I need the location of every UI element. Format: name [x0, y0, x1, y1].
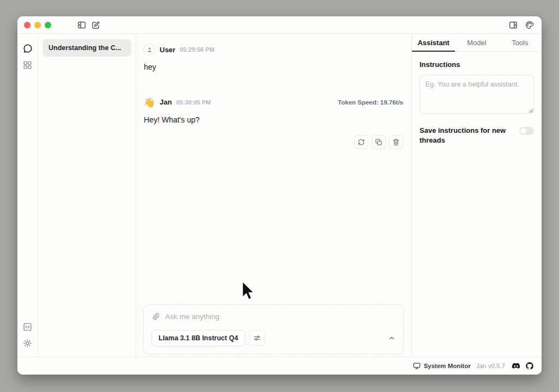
statusbar: System Monitor Jan v0.5.7 — [17, 357, 542, 375]
thread-list: Understanding the C... — [38, 34, 136, 357]
app-version: Jan v0.5.7 — [476, 363, 505, 369]
right-panel: Assistant Model Tools Instructions Save … — [411, 34, 542, 357]
assistant-message: 👋 Jan 05:30:05 PM Token Speed: 19.76t/s … — [143, 96, 403, 149]
system-monitor-label: System Monitor — [424, 363, 471, 369]
tab-assistant[interactable]: Assistant — [412, 34, 455, 51]
message-text: hey — [144, 62, 403, 72]
github-icon[interactable] — [525, 362, 534, 370]
new-thread-icon[interactable] — [92, 21, 100, 29]
message-author: Jan — [160, 98, 172, 106]
chat-panel: User 05:29:56 PM hey 👋 Jan 05:30:05 PM T… — [136, 34, 411, 357]
save-instructions-label: Save instructions for new threads — [420, 126, 514, 145]
assistant-avatar: 👋 — [143, 96, 155, 108]
toggle-right-panel-icon[interactable] — [509, 21, 518, 29]
tab-model[interactable]: Model — [455, 34, 498, 51]
system-monitor-button[interactable]: System Monitor — [413, 362, 471, 370]
message-timestamp: 05:30:05 PM — [176, 99, 211, 106]
regenerate-icon[interactable] — [354, 135, 368, 149]
message-list: User 05:29:56 PM hey 👋 Jan 05:30:05 PM T… — [136, 34, 411, 304]
message-timestamp: 05:29:56 PM — [180, 46, 215, 53]
discord-icon[interactable] — [512, 362, 520, 370]
message-author: User — [160, 46, 175, 54]
user-avatar — [143, 44, 155, 56]
instructions-heading: Instructions — [420, 60, 534, 69]
right-panel-tabs: Assistant Model Tools — [412, 34, 542, 52]
titlebar — [17, 16, 542, 34]
save-instructions-toggle[interactable] — [519, 127, 534, 135]
theme-palette-icon[interactable] — [525, 21, 534, 29]
toggle-left-panel-icon[interactable] — [77, 21, 86, 29]
collapse-input-icon[interactable] — [388, 334, 396, 342]
hub-nav-icon[interactable] — [23, 60, 33, 70]
token-speed: Token Speed: 19.76t/s — [338, 99, 403, 106]
user-message: User 05:29:56 PM hey — [143, 44, 403, 72]
settings-gear-icon[interactable] — [23, 338, 33, 348]
message-actions — [143, 135, 403, 149]
model-settings-icon[interactable] — [249, 330, 265, 346]
message-input[interactable] — [165, 313, 396, 321]
threads-nav-icon[interactable] — [23, 44, 33, 53]
maximize-window-button[interactable] — [45, 22, 51, 28]
tab-tools[interactable]: Tools — [499, 34, 542, 51]
traffic-lights — [24, 22, 51, 28]
message-text: Hey! What's up? — [144, 115, 403, 125]
thread-list-item[interactable]: Understanding the C... — [42, 39, 131, 57]
attach-file-icon[interactable] — [151, 312, 160, 321]
local-api-server-icon[interactable] — [23, 322, 33, 332]
chat-input-box: Llama 3.1 8B Instruct Q4 — [143, 304, 404, 354]
delete-icon[interactable] — [389, 135, 403, 149]
minimize-window-button[interactable] — [34, 22, 41, 28]
close-window-button[interactable] — [24, 22, 31, 28]
left-ribbon — [17, 34, 38, 357]
copy-icon[interactable] — [372, 135, 386, 149]
monitor-icon — [413, 362, 421, 370]
instructions-textarea[interactable] — [420, 75, 534, 114]
app-window: Understanding the C... User 05:29:56 PM — [17, 16, 542, 375]
model-selector-button[interactable]: Llama 3.1 8B Instruct Q4 — [151, 330, 245, 346]
